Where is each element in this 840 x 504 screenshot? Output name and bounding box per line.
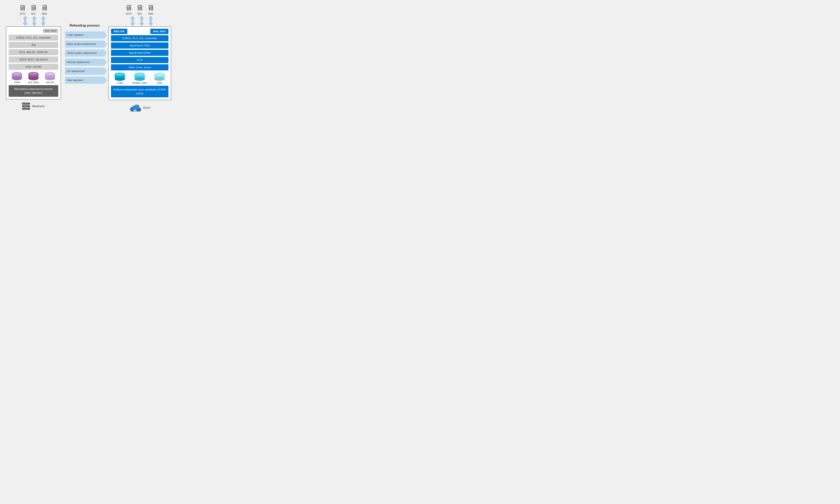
monitor-icon-web: 🖥 [41,4,48,12]
step-bar-security: Security replacement [65,59,104,66]
left-side: 🖥 3270 🖥 4GL 🖥 Web [4,4,63,110]
azure-db-row: TSAM RDBMS, IDMS [111,72,169,84]
right-terminal-3270: 🖥 3270 [125,4,133,15]
server-dot-2 [23,106,23,107]
right-arrow-col-1 [130,16,135,26]
left-db-row: VSAM Db2, IDMS [8,72,58,84]
step-label-security: Security replacement [67,61,90,64]
imsdb-cylinder-icon [45,72,55,80]
step-code-migration: Code migration [65,32,104,38]
db-label-imsdb: IMS-DB [46,81,54,84]
mf-row-racf: RACF, ACF2, Top Secret [8,56,58,62]
terminal-label-4gl: 4GL [31,12,36,15]
right-arrow-up-3 [148,16,153,19]
step-batch: Batch system replacement [65,40,104,48]
db-label-hidb: HiDB [157,82,162,84]
db-label-vsam: VSAM [14,81,20,84]
step-security: Security replacement [65,59,104,66]
rehosting-title: Rehosting process [69,23,100,28]
azure-row-cobol: COBOL, PL/1, JCL, Assembler [111,35,169,41]
right-terminal-label-4gl: 4GL [137,12,142,15]
arrow-shaft-2 [33,19,35,23]
right-arrow-col-2 [139,16,144,26]
db-label-tsam: TSAM [117,82,123,84]
svg-point-7 [28,77,38,80]
azure-row-online: OpenFrame Online [111,50,169,56]
right-terminals-row: 🖥 3270 🖥 4GL 🖥 Web [125,4,155,15]
azure-cloud-icon [129,103,141,112]
web-was-badge-right: Web, WAS [150,29,169,34]
db-imsdb: IMS-DB [45,72,55,84]
svg-point-22 [135,77,145,81]
process-steps: Code migration Batch system replacement … [65,32,104,86]
arrow-down-1 [23,23,28,26]
azure-row-tjes: OpenFrame TJES [111,42,169,49]
step-bar-os: OS replacement [65,68,104,75]
db-vsam: VSAM [12,72,22,84]
right-arrow-down-1 [130,23,135,26]
db-db2: Db2, IDMS [28,72,39,84]
step-label-online: Online system replacement [67,52,97,54]
terminal-web: 🖥 Web [41,4,48,15]
arrow-col-2 [32,16,37,26]
mf-row-cics: CICS, IMS-DC, IDMS-DC [8,49,58,55]
web-was-badge-left: Web, WAS [43,29,58,33]
step-bar-batch: Batch system replacement [65,40,104,48]
mf-row-cobol: COBOL, PL/1, JCL, Assembler [8,35,58,41]
right-monitor-icon-4gl: 🖥 [136,4,143,12]
tsam-cylinder-icon [115,72,125,81]
svg-point-2 [12,77,22,80]
mainframe-label: Mainframe [32,105,45,108]
svg-point-35 [134,105,140,109]
arrow-up-3 [41,16,46,19]
right-terminal-web: 🖥 Web [147,4,155,15]
rdbms-cylinder-icon [134,72,145,81]
right-arrow-col-3 [148,16,154,26]
right-arrow-down-3 [148,23,153,26]
monitor-icon-4gl: 🖥 [30,4,37,12]
left-arrows [21,16,46,26]
azure-row-unix: UNIX, Linux, zLinux [111,64,169,70]
mf-row-zos: Z/OS, OS/390 [8,64,58,70]
db-hidb: HiDB [154,72,165,84]
right-terminal-label-web: Web [148,12,154,15]
server-icon [22,103,30,110]
step-label-data: Data migration [67,79,83,82]
arrow-down-3 [41,23,46,26]
arrow-shaft-3 [42,19,44,23]
right-terminal-label-3270: 3270 [126,12,132,15]
right-arrow-shaft-1 [132,19,134,23]
arrow-down-2 [32,23,37,26]
right-terminal-4gl: 🖥 4GL [136,4,143,15]
svg-point-12 [45,77,55,80]
ibm-platform-text: IBM platform-dependent protocols (SNA, E… [14,88,53,94]
main-layout: 🖥 3270 🖥 4GL 🖥 Web [4,4,206,112]
step-online: Online system replacement [65,50,104,57]
step-label-os: OS replacement [67,70,85,73]
server-bar-3 [22,108,30,110]
terminal-label-web: Web [42,12,47,15]
right-arrow-up-2 [139,16,144,19]
left-terminals-row: 🖥 3270 🖥 4GL 🖥 Web [19,4,48,15]
azure-row-tacf: TACF [111,57,169,63]
mainframe-box: Web, WAS COBOL, PL/1, JCL, Assembler JES… [6,26,61,100]
db-label-db2: Db2, IDMS [28,81,39,84]
monitor-icon-3270: 🖥 [19,4,26,12]
right-arrow-shaft-2 [141,19,143,23]
server-line-3 [24,109,28,109]
right-arrow-up-1 [130,16,135,19]
ibm-platform-box: IBM platform-dependent protocols (SNA, E… [8,85,58,97]
server-bar-1 [22,103,30,105]
step-label-code-migration: Code migration [67,34,84,36]
step-label-batch: Batch system replacement [67,43,96,46]
platform-box-blue: Platform-independent open standards (TCP… [111,86,169,97]
db-rdbms: RDBMS, IDMS [133,72,147,84]
db-tsam: TSAM [115,72,125,84]
step-os: OS replacement [65,68,104,75]
middle-section: Rehosting process Code migration Batch s… [63,4,106,86]
platform-text: Platform-independent open standards (TCP… [113,88,166,95]
mainframe-footer: Mainframe [22,103,45,110]
step-data: Data migration [65,77,104,84]
right-arrow-down-2 [139,23,144,26]
server-bar-2 [22,105,30,107]
